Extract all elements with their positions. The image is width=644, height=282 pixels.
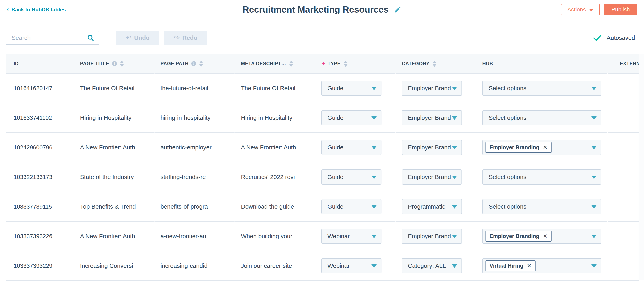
hub-multiselect[interactable]: Select options ✕ bbox=[482, 169, 601, 185]
hub-tag-chip: Employer Branding ✕ bbox=[486, 142, 552, 153]
row-id: 103337393226 bbox=[14, 233, 52, 240]
hub-multiselect[interactable]: Select options Employer Branding ✕ bbox=[482, 229, 601, 244]
type-dropdown[interactable]: Guide bbox=[322, 199, 382, 214]
meta-description-cell[interactable]: Recruitics' 2022 revi bbox=[241, 174, 295, 180]
table-row: 103337393229 Increasing Conversi increas… bbox=[6, 251, 638, 281]
meta-description-cell[interactable]: Join our career site bbox=[241, 263, 292, 269]
column-header[interactable]: + TYPE i bbox=[316, 54, 396, 73]
hub-multiselect[interactable]: Select options Employer Branding ✕ bbox=[482, 140, 601, 155]
dropdown-caret-icon bbox=[452, 146, 457, 149]
dropdown-caret-icon bbox=[591, 205, 596, 209]
external-cell bbox=[608, 162, 638, 192]
title-area: Recruitment Marketing Resources bbox=[0, 0, 644, 19]
hubdb-table: + ID i + PAGE TITLE i + PAGE PATH i + ME… bbox=[6, 54, 639, 281]
page-path-cell[interactable]: hiring-in-hospitality bbox=[160, 114, 210, 121]
external-cell bbox=[608, 251, 638, 281]
actions-button[interactable]: Actions bbox=[561, 4, 600, 15]
dropdown-caret-icon bbox=[591, 116, 596, 120]
external-cell bbox=[608, 192, 638, 221]
meta-description-cell[interactable]: When building your bbox=[241, 233, 292, 240]
back-to-hubdb-link[interactable]: ‹ Back to HubDB tables bbox=[6, 0, 66, 19]
autosaved-status: Autosaved bbox=[593, 31, 635, 45]
page-title-cell[interactable]: State of the Industry bbox=[80, 174, 134, 180]
column-info-icon[interactable]: i bbox=[191, 61, 196, 66]
page-path-cell[interactable]: the-future-of-retail bbox=[160, 85, 208, 92]
remove-tag-icon[interactable]: ✕ bbox=[527, 263, 532, 269]
column-label: HUB bbox=[482, 61, 493, 66]
meta-description-cell[interactable]: Hiring in Hospitality bbox=[241, 114, 292, 121]
category-dropdown[interactable]: Employer Brand bbox=[402, 110, 462, 125]
external-cell bbox=[608, 103, 638, 132]
page-path-cell[interactable]: benefits-of-progra bbox=[160, 203, 208, 210]
type-dropdown[interactable]: Guide bbox=[322, 110, 382, 125]
column-header[interactable]: + EXTERNAL i bbox=[608, 54, 638, 73]
dropdown-caret-icon bbox=[372, 87, 377, 90]
sort-arrows-icon[interactable] bbox=[120, 61, 124, 67]
table-row: 103337739115 Top Benefits & Trend benefi… bbox=[6, 192, 638, 221]
sort-arrows-icon[interactable] bbox=[199, 61, 203, 67]
remove-tag-icon[interactable]: ✕ bbox=[543, 145, 548, 150]
back-link-label: Back to HubDB tables bbox=[12, 6, 66, 13]
page-title-cell[interactable]: The Future Of Retail bbox=[80, 85, 134, 92]
meta-description-cell[interactable]: Download the guide bbox=[241, 203, 294, 210]
dropdown-caret-icon bbox=[591, 235, 596, 238]
type-dropdown[interactable]: Webinar bbox=[322, 258, 382, 274]
edit-title-pencil-icon[interactable] bbox=[394, 6, 402, 13]
top-bar: ‹ Back to HubDB tables Recruitment Marke… bbox=[0, 0, 644, 19]
type-dropdown[interactable]: Guide bbox=[322, 140, 382, 155]
table-row: 101633741102 Hiring in Hospitality hirin… bbox=[6, 103, 638, 132]
category-dropdown[interactable]: Employer Brand bbox=[402, 229, 462, 244]
page-path-cell[interactable]: staffing-trends-re bbox=[160, 174, 206, 180]
hub-multiselect[interactable]: Select options Virtual Hiring ✕ bbox=[482, 258, 601, 274]
column-label: TYPE bbox=[328, 61, 340, 66]
category-dropdown[interactable]: Category: ALL bbox=[402, 258, 462, 274]
meta-description-cell[interactable]: A New Frontier: Auth bbox=[241, 144, 296, 151]
page-title-cell[interactable]: Increasing Conversi bbox=[80, 263, 133, 269]
hub-multiselect[interactable]: Select options ✕ bbox=[482, 199, 601, 214]
dropdown-caret-icon bbox=[452, 116, 457, 120]
table-row: 101641620147 The Future Of Retail the-fu… bbox=[6, 73, 638, 103]
meta-description-cell[interactable]: The Future Of Retail bbox=[241, 85, 296, 92]
actions-button-label: Actions bbox=[567, 6, 586, 13]
add-column-icon[interactable]: + bbox=[322, 60, 325, 67]
page-path-cell[interactable]: a-new-frontier-au bbox=[160, 233, 206, 240]
type-dropdown[interactable]: Guide bbox=[322, 169, 382, 185]
row-id: 103337739115 bbox=[14, 203, 52, 210]
dropdown-caret-icon bbox=[452, 87, 457, 90]
search-icon[interactable] bbox=[87, 34, 94, 41]
sort-arrows-icon[interactable] bbox=[290, 61, 293, 67]
column-header[interactable]: + ID i bbox=[6, 54, 74, 73]
sort-arrows-icon[interactable] bbox=[433, 61, 436, 67]
dropdown-caret-icon bbox=[591, 265, 596, 268]
redo-button[interactable]: ↷ Redo bbox=[164, 31, 207, 45]
page-path-cell[interactable]: increasing-candid bbox=[160, 263, 208, 269]
publish-button[interactable]: Publish bbox=[604, 4, 638, 15]
undo-button[interactable]: ↶ Undo bbox=[116, 31, 159, 45]
publish-button-label: Publish bbox=[612, 6, 630, 13]
category-dropdown[interactable]: Employer Brand bbox=[402, 140, 462, 155]
column-header[interactable]: + CATEGORY i bbox=[396, 54, 476, 73]
search-input[interactable] bbox=[6, 31, 99, 45]
external-cell bbox=[608, 221, 638, 251]
page-title-cell[interactable]: A New Frontier: Auth bbox=[80, 144, 135, 151]
type-dropdown[interactable]: Guide bbox=[322, 81, 382, 96]
category-dropdown[interactable]: Programmatic bbox=[402, 199, 462, 214]
autosaved-check-icon bbox=[593, 34, 602, 41]
column-header[interactable]: + HUB i bbox=[476, 54, 608, 73]
page-path-cell[interactable]: authentic-employer bbox=[160, 144, 212, 151]
remove-tag-icon[interactable]: ✕ bbox=[543, 234, 548, 239]
hub-multiselect[interactable]: Select options ✕ bbox=[482, 110, 601, 125]
sort-arrows-icon[interactable] bbox=[344, 61, 348, 67]
column-header[interactable]: + META DESCRIPT… i bbox=[235, 54, 315, 73]
column-info-icon[interactable]: i bbox=[112, 61, 117, 66]
dropdown-caret-icon bbox=[452, 265, 457, 268]
type-dropdown[interactable]: Webinar bbox=[322, 229, 382, 244]
page-title-cell[interactable]: A New Frontier: Auth bbox=[80, 233, 135, 240]
category-dropdown[interactable]: Employer Brand bbox=[402, 81, 462, 96]
page-title-cell[interactable]: Top Benefits & Trend bbox=[80, 203, 136, 210]
column-header[interactable]: + PAGE TITLE i bbox=[74, 54, 154, 73]
hub-multiselect[interactable]: Select options ✕ bbox=[482, 81, 601, 96]
category-dropdown[interactable]: Employer Brand bbox=[402, 169, 462, 185]
column-header[interactable]: + PAGE PATH i bbox=[154, 54, 234, 73]
page-title-cell[interactable]: Hiring in Hospitality bbox=[80, 114, 132, 121]
